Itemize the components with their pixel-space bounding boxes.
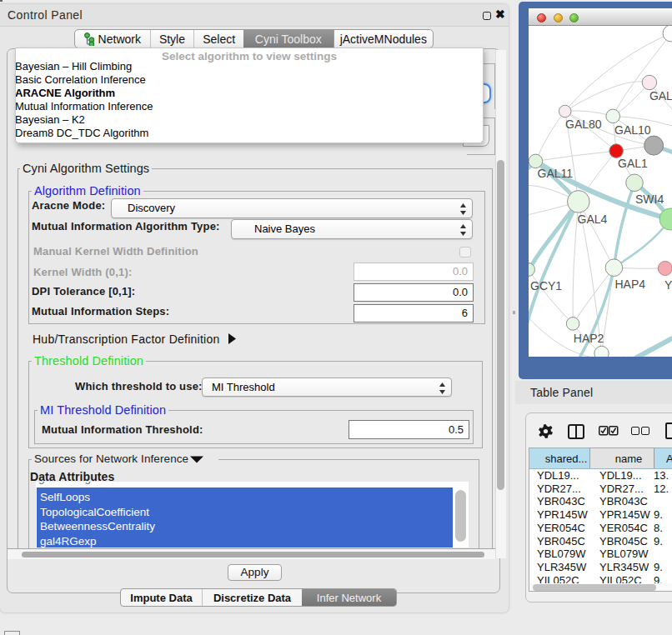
svg-text:GAL10: GAL10 xyxy=(614,123,651,137)
svg-text:HAP2: HAP2 xyxy=(574,332,604,345)
svg-text:GAL4: GAL4 xyxy=(578,212,608,226)
svg-text:GAL11: GAL11 xyxy=(538,167,574,180)
svg-text:SWI4: SWI4 xyxy=(635,192,664,206)
svg-text:GAL1: GAL1 xyxy=(618,157,648,170)
svg-text:HAP4: HAP4 xyxy=(615,278,646,291)
svg-text:GAL80: GAL80 xyxy=(565,118,602,131)
svg-text:GAL2: GAL2 xyxy=(649,89,672,102)
svg-text:GCY1: GCY1 xyxy=(530,279,562,292)
svg-text:Y: Y xyxy=(664,278,672,292)
